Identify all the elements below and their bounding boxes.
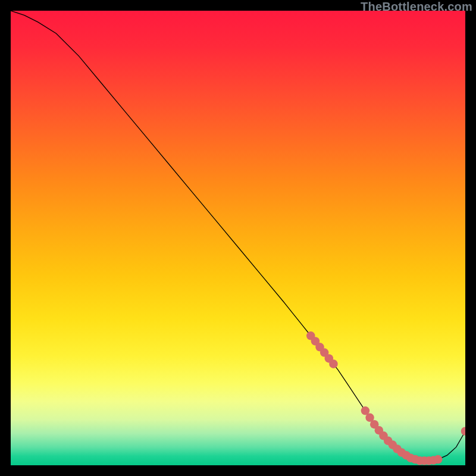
curve-path — [11, 11, 465, 461]
data-marker — [434, 455, 443, 464]
data-marker — [329, 359, 338, 368]
marker-group — [306, 331, 465, 465]
curve-layer — [11, 11, 465, 465]
plot-area — [11, 11, 465, 465]
data-marker — [461, 427, 465, 436]
chart-container: TheBottleneck.com — [0, 0, 476, 476]
